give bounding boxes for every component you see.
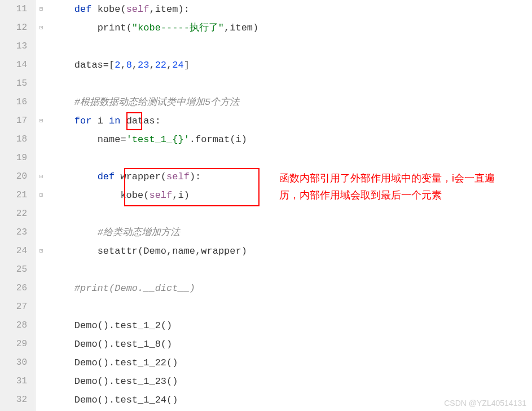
var: i bbox=[178, 190, 183, 201]
code-line[interactable]: Demo().test_1_23() bbox=[51, 372, 532, 391]
comment: #根据数据动态给测试类中增加5个方法 bbox=[74, 97, 239, 108]
code-line[interactable]: datas=[2,8,23,22,24] bbox=[51, 56, 532, 74]
indent bbox=[51, 357, 74, 368]
keyword-def: def bbox=[98, 171, 115, 182]
code-line[interactable]: print("kobe-----执行了",item) bbox=[51, 19, 532, 37]
code-line[interactable]: #给类动态增加方法 bbox=[51, 223, 532, 242]
paren: ): bbox=[178, 4, 189, 15]
paren: ) bbox=[241, 134, 247, 145]
annotation-line-2: 历，内部作用域会取到最后一个元素 bbox=[279, 187, 495, 204]
indent bbox=[51, 23, 98, 33]
method-call: Demo().test_1_8() bbox=[74, 339, 172, 350]
keyword-def: def bbox=[74, 4, 92, 15]
code-line-empty[interactable] bbox=[51, 205, 532, 223]
line-number: 31 bbox=[0, 372, 35, 391]
indent bbox=[51, 134, 98, 145]
code-line[interactable]: #print(Demo.__dict__) bbox=[51, 279, 532, 298]
line-number: 21 bbox=[0, 186, 35, 205]
var: wrapper bbox=[201, 246, 241, 257]
comma: , bbox=[195, 246, 201, 257]
line-number: 14 bbox=[0, 56, 35, 74]
line-number: 28 bbox=[0, 316, 35, 335]
space bbox=[91, 116, 97, 126]
line-number-gutter: 11 12 13 14 15 16 17 18 19 20 21 22 23 2… bbox=[0, 0, 36, 411]
keyword-in: in bbox=[109, 116, 120, 126]
indent bbox=[51, 283, 74, 294]
indent bbox=[51, 116, 74, 126]
indent bbox=[51, 395, 74, 405]
space bbox=[120, 116, 126, 126]
line-number: 18 bbox=[0, 130, 35, 149]
line-number: 13 bbox=[0, 37, 35, 56]
indent bbox=[51, 171, 98, 182]
line-number: 27 bbox=[0, 298, 35, 316]
func-name: kobe bbox=[98, 4, 121, 15]
space bbox=[103, 116, 109, 126]
fold-gutter: ⊟ ⊡ ⊟ ⊟ ⊡ ⊡ bbox=[36, 0, 48, 411]
annotation-line-1: 函数内部引用了外部作用域中的变量，i会一直遍 bbox=[279, 170, 495, 187]
var: name bbox=[172, 246, 195, 257]
fold-icon[interactable]: ⊟ bbox=[38, 173, 45, 180]
watermark: CSDN @YZL40514131 bbox=[444, 399, 526, 408]
var: item bbox=[230, 23, 253, 33]
comma: , bbox=[172, 190, 178, 201]
line-number: 22 bbox=[0, 205, 35, 223]
builtin: setattr bbox=[98, 246, 138, 257]
colon: : bbox=[155, 116, 161, 126]
space bbox=[91, 4, 97, 15]
code-line-empty[interactable] bbox=[51, 74, 532, 93]
var: datas bbox=[74, 60, 103, 70]
comma: , bbox=[166, 60, 172, 70]
line-number: 20 bbox=[0, 167, 35, 186]
annotation-text: 函数内部引用了外部作用域中的变量，i会一直遍 历，内部作用域会取到最后一个元素 bbox=[279, 170, 495, 204]
space bbox=[115, 171, 120, 182]
comma: , bbox=[166, 246, 172, 257]
method-call: Demo().test_1_23() bbox=[74, 376, 178, 387]
number: 23 bbox=[138, 60, 149, 70]
fold-end-icon[interactable]: ⊡ bbox=[38, 192, 45, 198]
code-line-empty[interactable] bbox=[51, 298, 532, 316]
code-line-empty[interactable] bbox=[51, 149, 532, 167]
fold-icon[interactable]: ⊟ bbox=[38, 117, 45, 124]
indent bbox=[51, 97, 74, 108]
comment: #print(Demo.__dict__) bbox=[74, 283, 195, 294]
code-line[interactable]: #根据数据动态给测试类中增加5个方法 bbox=[51, 93, 532, 112]
code-line[interactable]: Demo().test_1_8() bbox=[51, 335, 532, 353]
code-line[interactable]: name='test_1_{}'.format(i) bbox=[51, 130, 532, 149]
param-self: self bbox=[166, 171, 190, 182]
code-content[interactable]: def kobe(self,item): print("kobe-----执行了… bbox=[48, 0, 532, 411]
code-line[interactable]: def kobe(self,item): bbox=[51, 0, 532, 19]
line-number: 29 bbox=[0, 335, 35, 353]
fold-end-icon[interactable]: ⊡ bbox=[38, 248, 45, 254]
var: datas bbox=[126, 116, 155, 126]
code-line[interactable]: Demo().test_1_2() bbox=[51, 316, 532, 335]
comma: , bbox=[149, 60, 155, 70]
fold-icon[interactable]: ⊟ bbox=[38, 6, 45, 12]
paren: ) bbox=[253, 23, 258, 33]
code-line[interactable]: for i in datas: bbox=[51, 112, 532, 130]
class-name: Demo bbox=[143, 246, 166, 257]
line-number: 17 bbox=[0, 112, 35, 130]
fold-end-icon[interactable]: ⊡ bbox=[38, 24, 45, 31]
line-number: 32 bbox=[0, 391, 35, 409]
paren: ( bbox=[120, 4, 126, 15]
code-line-empty[interactable] bbox=[51, 260, 532, 279]
indent bbox=[51, 227, 98, 238]
line-number: 25 bbox=[0, 260, 35, 279]
var-i: i bbox=[98, 116, 103, 126]
paren: ( bbox=[230, 134, 235, 145]
comment: #给类动态增加方法 bbox=[98, 227, 180, 238]
code-line[interactable]: setattr(Demo,name,wrapper) bbox=[51, 242, 532, 260]
line-number: 11 bbox=[0, 0, 35, 19]
string-literal: "kobe-----执行了" bbox=[132, 23, 224, 33]
string-literal: 'test_1_{}' bbox=[126, 134, 190, 145]
dot: . bbox=[190, 134, 195, 145]
var: name bbox=[98, 134, 121, 145]
indent bbox=[51, 246, 98, 257]
number: 22 bbox=[155, 60, 166, 70]
paren: ( bbox=[126, 23, 132, 33]
code-line[interactable]: Demo().test_1_22() bbox=[51, 353, 532, 372]
code-line-empty[interactable] bbox=[51, 37, 532, 56]
code-editor: 11 12 13 14 15 16 17 18 19 20 21 22 23 2… bbox=[0, 0, 532, 411]
indent bbox=[51, 190, 120, 201]
